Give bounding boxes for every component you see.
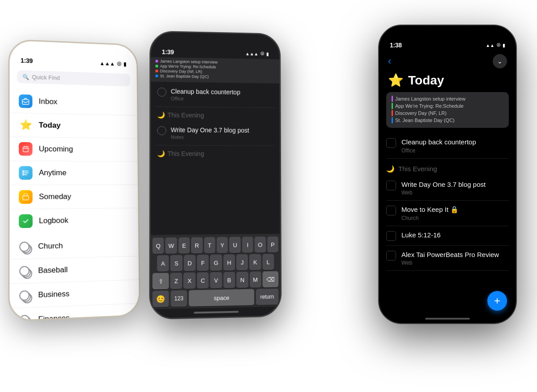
add-button[interactable]: +	[487, 291, 507, 311]
kb-d[interactable]: D	[183, 255, 196, 271]
time-mid: 1:39	[162, 48, 174, 55]
area-baseball[interactable]: Baseball	[9, 256, 139, 284]
moon-icon-mid-2: 🌙	[157, 150, 165, 157]
r-title-2: Move to Keep It 🔒	[401, 205, 509, 214]
kb-r[interactable]: R	[191, 237, 203, 254]
battery-icon-mid: ▮	[266, 51, 269, 56]
kb-p[interactable]: P	[267, 236, 278, 253]
kb-s[interactable]: S	[170, 255, 183, 271]
status-bar-mid: 1:39 ▲▲▲ ⦾ ▮	[151, 43, 279, 59]
kb-l[interactable]: L	[262, 254, 274, 270]
kb-f[interactable]: F	[197, 255, 209, 271]
kb-w[interactable]: W	[166, 237, 177, 254]
svg-rect-5	[23, 196, 29, 200]
cal-dot-3	[155, 75, 158, 77]
task-checkbox-1[interactable]	[157, 126, 166, 135]
nav-logbook[interactable]: Logbook	[9, 208, 138, 233]
kb-space[interactable]: space	[189, 289, 254, 307]
kb-j[interactable]: J	[236, 254, 248, 270]
cal-text-2: Discovery Day (NF, LR)	[160, 69, 202, 74]
kb-n[interactable]: N	[236, 272, 248, 288]
r-task-2[interactable]: Move to Keep It 🔒 Church	[386, 201, 509, 226]
kb-123[interactable]: 123	[170, 290, 187, 307]
kb-v[interactable]: V	[210, 272, 222, 289]
cal-text-1: App We're Trying: Re:Schedule	[160, 64, 216, 69]
phone-mid: 1:39 ▲▲▲ ⦾ ▮ James Langston setup interv…	[149, 31, 281, 320]
kb-t[interactable]: T	[204, 237, 215, 253]
task-item-0[interactable]: Cleanup back countertop Office	[155, 82, 275, 108]
nav-upcoming[interactable]: Upcoming	[9, 137, 137, 161]
kb-return[interactable]: return	[256, 289, 279, 305]
keyboard[interactable]: Q W E R T Y U I O P A S D F G H	[150, 234, 280, 309]
search-bar[interactable]: 🔍 Quick Find	[17, 70, 130, 87]
r-body-0: Cleanup back countertop Office	[401, 138, 509, 154]
task-sub-0: Office	[171, 96, 273, 103]
r-task-1[interactable]: Write Day One 3.7 blog post Web	[386, 176, 509, 201]
chevron-down-button[interactable]: ⌄	[493, 54, 507, 68]
r-sub-1: Web	[401, 190, 509, 196]
kb-u[interactable]: U	[230, 237, 241, 253]
r-body-4: Alex Tai PowerBeats Pro Review Web	[401, 250, 509, 266]
kb-emoji[interactable]: 😊	[153, 291, 169, 307]
r-cal-2: Discovery Day (NF, LR)	[392, 110, 503, 116]
back-button[interactable]: ‹	[388, 55, 391, 67]
kb-row-3: ⇧ Z X C V B N M ⌫	[153, 271, 279, 290]
r-title-4: Alex Tai PowerBeats Pro Review	[401, 250, 509, 259]
kb-m[interactable]: M	[250, 271, 261, 288]
r-task-3[interactable]: Luke 5:12-16	[386, 226, 509, 246]
calendar-block-right: James Langston setup interview App We're…	[386, 92, 509, 128]
task-body-1: Write Day One 3.7 blog post Notes	[171, 126, 274, 141]
today-title: Today	[408, 73, 444, 88]
kb-q[interactable]: Q	[153, 237, 164, 254]
section-evening-label-2: This Evening	[167, 150, 204, 157]
phone-right-screen: 1:38 ▲▲ ⦾ ▮ ‹ ⌄ ⭐ Today	[379, 25, 516, 323]
task-item-1[interactable]: Write Day One 3.7 blog post Notes	[155, 120, 275, 146]
nav-someday[interactable]: Someday	[9, 185, 138, 210]
home-indicator-right	[379, 314, 516, 323]
wifi-icon-mid: ⦾	[260, 51, 264, 56]
notch-right	[421, 25, 474, 36]
task-checkbox-0[interactable]	[157, 88, 166, 97]
task-title-0: Cleanup back countertop	[171, 87, 273, 97]
kb-b[interactable]: B	[223, 272, 235, 288]
kb-y[interactable]: Y	[217, 237, 228, 253]
kb-o[interactable]: O	[255, 236, 266, 253]
kb-z[interactable]: Z	[170, 273, 182, 289]
r-cal-text-1: App We're Trying: Re:Schedule	[395, 103, 464, 109]
kb-shift[interactable]: ⇧	[153, 273, 169, 289]
r-title-0: Cleanup back countertop	[401, 138, 509, 147]
wifi-icon-right: ⦾	[497, 42, 500, 48]
r-check-1[interactable]	[386, 181, 396, 190]
r-check-2[interactable]	[386, 206, 396, 215]
cal-events-mid: James Langston setup interview App We're…	[155, 59, 275, 80]
r-check-0[interactable]	[386, 138, 396, 148]
r-body-1: Write Day One 3.7 blog post Web	[401, 180, 509, 196]
r-cal-text-3: St. Jean Baptiste Day (QC)	[395, 118, 455, 123]
kb-x[interactable]: X	[183, 272, 196, 289]
kb-g[interactable]: G	[210, 254, 222, 271]
moon-icon-right: 🌙	[386, 165, 395, 173]
r-check-4[interactable]	[386, 251, 396, 261]
kb-i[interactable]: I	[242, 237, 253, 253]
nav-inbox[interactable]: Inbox	[9, 89, 137, 115]
kb-k[interactable]: K	[249, 254, 261, 270]
kb-h[interactable]: H	[223, 254, 235, 271]
r-check-3[interactable]	[386, 231, 396, 241]
section-evening-mid-1: 🌙 This Evening	[155, 107, 275, 121]
kb-c[interactable]: C	[197, 272, 209, 289]
kb-e[interactable]: E	[178, 237, 190, 254]
r-cal-bar-2	[392, 110, 393, 116]
church-area-icon	[19, 240, 32, 253]
r-task-4[interactable]: Alex Tai PowerBeats Pro Review Web	[386, 246, 509, 271]
kb-a[interactable]: A	[157, 255, 169, 272]
r-sub-4: Web	[401, 260, 509, 266]
moon-icon-mid-1: 🌙	[157, 111, 165, 118]
area-church[interactable]: Church	[9, 233, 138, 260]
phone-left-screen: 1:39 ▲▲▲ ⦾ ▮ 🔍 Quick Find	[9, 40, 139, 320]
finances-label: Finances	[38, 313, 69, 320]
kb-delete[interactable]: ⌫	[263, 271, 279, 288]
nav-anytime[interactable]: Anytime	[9, 161, 137, 185]
nav-list: Inbox ⭐ Today Upcoming	[9, 89, 138, 233]
nav-today[interactable]: ⭐ Today	[9, 113, 137, 139]
r-task-0[interactable]: Cleanup back countertop Office	[386, 133, 509, 159]
